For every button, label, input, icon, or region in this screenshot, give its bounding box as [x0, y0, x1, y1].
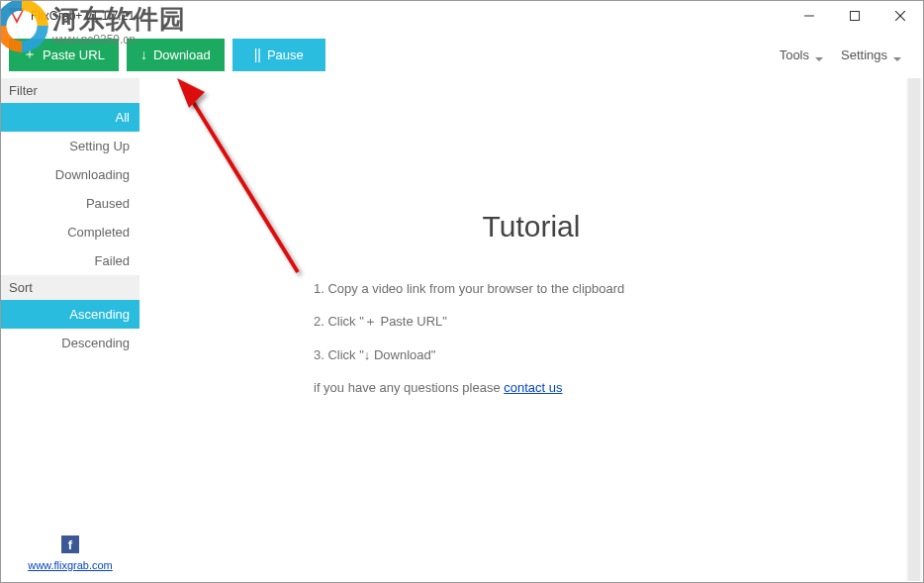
tutorial-title: Tutorial — [314, 210, 749, 243]
maximize-button[interactable] — [832, 1, 878, 31]
sort-item-ascending[interactable]: Ascending — [1, 300, 139, 329]
pause-icon: || — [254, 47, 261, 62]
tutorial-steps: 1. Copy a video link from your browser t… — [314, 279, 749, 398]
pause-button[interactable]: || Pause — [232, 39, 325, 71]
sort-item-descending[interactable]: Descending — [1, 329, 139, 357]
tutorial-step-1: 1. Copy a video link from your browser t… — [314, 279, 749, 299]
pause-label: Pause — [267, 48, 304, 62]
settings-label: Settings — [841, 48, 887, 62]
toolbar: ＋ Paste URL ↓ Download || Pause Tools Se… — [1, 31, 923, 78]
filter-item-failed[interactable]: Failed — [1, 246, 139, 275]
close-button[interactable] — [878, 1, 923, 31]
filter-item-completed[interactable]: Completed — [1, 218, 139, 246]
website-link[interactable]: www.flixgrab.com — [28, 559, 113, 571]
sidebar-footer: f www.flixgrab.com — [1, 535, 139, 582]
paste-url-label: Paste URL — [43, 48, 105, 62]
filter-header: Filter — [1, 78, 139, 103]
main-layout: Filter All Setting Up Downloading Paused… — [1, 78, 923, 582]
filter-item-paused[interactable]: Paused — [1, 189, 139, 218]
sort-header: Sort — [1, 275, 139, 300]
svg-rect-3 — [851, 12, 860, 21]
content-area: Tutorial 1. Copy a video link from your … — [139, 78, 923, 582]
tutorial-contact-line: if you have any questions please contact… — [314, 378, 749, 398]
titlebar: FlixGrab+ v1.1.7.21 — [1, 1, 923, 31]
tools-label: Tools — [780, 48, 809, 62]
download-button[interactable]: ↓ Download — [127, 39, 225, 71]
sidebar: Filter All Setting Up Downloading Paused… — [1, 78, 139, 582]
app-icon — [9, 8, 25, 24]
filter-item-downloading[interactable]: Downloading — [1, 160, 139, 189]
facebook-icon[interactable]: f — [61, 535, 79, 553]
download-arrow-icon: ↓ — [140, 47, 147, 62]
right-menu: Tools Settings — [780, 48, 915, 62]
paste-url-button[interactable]: ＋ Paste URL — [9, 39, 119, 71]
vertical-scrollbar[interactable] — [906, 78, 922, 581]
minimize-button[interactable] — [786, 1, 832, 31]
tools-menu[interactable]: Tools — [780, 48, 823, 62]
chevron-down-icon — [815, 57, 823, 61]
download-label: Download — [153, 48, 211, 62]
chevron-down-icon — [893, 57, 901, 61]
questions-text: if you have any questions please — [314, 380, 504, 395]
window-title: FlixGrab+ v1.1.7.21 — [31, 9, 135, 23]
settings-menu[interactable]: Settings — [841, 48, 901, 62]
filter-item-setting-up[interactable]: Setting Up — [1, 132, 139, 160]
contact-us-link[interactable]: contact us — [504, 380, 562, 395]
plus-icon: ＋ — [23, 46, 37, 63]
filter-item-all[interactable]: All — [1, 103, 139, 132]
window-controls — [786, 1, 923, 31]
tutorial-step-2: 2. Click "＋ Paste URL" — [314, 312, 749, 332]
scrollbar-thumb[interactable] — [908, 78, 920, 581]
tutorial-step-3: 3. Click "↓ Download" — [314, 345, 749, 365]
